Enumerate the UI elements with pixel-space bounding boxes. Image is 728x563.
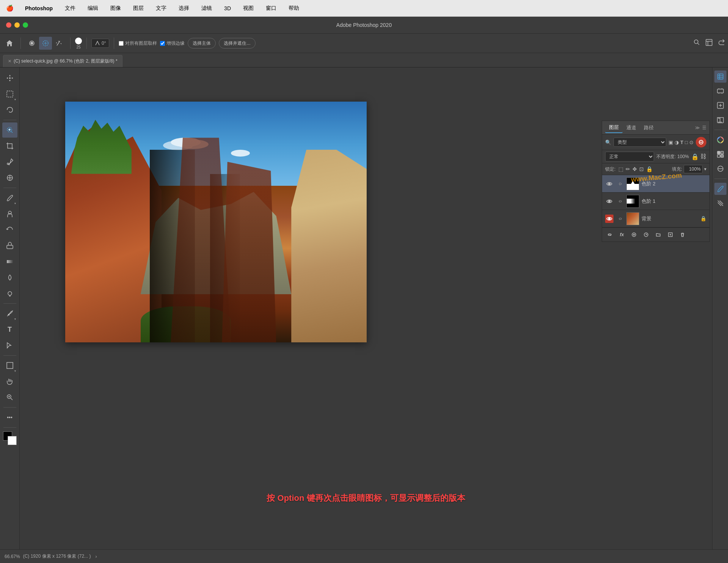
lock-transparent-icon[interactable]: ⬚	[618, 166, 623, 172]
search-icon[interactable]	[693, 39, 701, 48]
text-tool[interactable]: T	[2, 322, 17, 337]
maximize-button[interactable]	[23, 22, 28, 28]
chain-extra-icon[interactable]: ⛓	[700, 153, 706, 160]
hand-tool[interactable]	[2, 374, 17, 389]
color-wheel-icon[interactable]	[714, 134, 726, 146]
home-button[interactable]	[3, 37, 16, 50]
layer-item-levels1[interactable]: 色阶 1	[602, 193, 709, 210]
status-arrow[interactable]: ›	[95, 554, 97, 559]
select-mask-button[interactable]: 选择并遮住...	[219, 38, 255, 49]
quick-selection-active[interactable]	[2, 122, 17, 138]
enhance-edge-checkbox[interactable]: 增强边缘	[160, 40, 185, 47]
document-tab[interactable]: ✕ (C) select-quick.jpg @ 66.7% (色阶 2, 图层…	[3, 55, 122, 67]
gradient-tool[interactable]	[2, 254, 17, 269]
dodge-tool[interactable]	[2, 286, 17, 301]
brush-type-btn[interactable]	[25, 37, 38, 50]
apple-icon[interactable]: 🍎	[6, 5, 14, 12]
filter-smart-icon[interactable]: ⊙	[689, 140, 693, 145]
heal-tool[interactable]	[2, 170, 17, 185]
tab-layers[interactable]: 图层	[605, 122, 623, 133]
sample-layers-checkbox[interactable]: 对所有图层取样	[119, 40, 157, 47]
menu-help[interactable]: 帮助	[286, 4, 301, 13]
photo-canvas[interactable]	[65, 102, 367, 342]
filter-toggle-icon[interactable]	[696, 137, 706, 147]
layer-effects-icon[interactable]: fx	[617, 230, 626, 239]
blur-tool[interactable]	[2, 270, 17, 285]
more-tools[interactable]: •••	[2, 410, 17, 425]
lasso-tool[interactable]	[2, 102, 17, 118]
share-icon[interactable]	[717, 39, 725, 48]
selection-tool[interactable]: ▼	[2, 86, 17, 102]
history-brush[interactable]	[2, 222, 17, 237]
menu-view[interactable]: 视图	[241, 4, 256, 13]
menu-window[interactable]: 窗口	[264, 4, 279, 13]
quick-selection-btn[interactable]	[39, 37, 52, 50]
lock-artboard-icon[interactable]: ⊡	[639, 166, 644, 172]
eraser-tool[interactable]	[2, 238, 17, 253]
color-swatch[interactable]	[3, 431, 17, 445]
new-layer-icon[interactable]	[666, 230, 675, 239]
move-tool[interactable]	[2, 71, 17, 86]
shape-tool[interactable]: ▼	[2, 358, 17, 373]
fill-arrow-icon[interactable]: ▾	[704, 166, 706, 172]
menu-file[interactable]: 文件	[63, 4, 78, 13]
menu-photoshop[interactable]: Photoshop	[23, 5, 55, 12]
pen-tool[interactable]: ▼	[2, 306, 17, 321]
add-mask-icon[interactable]	[629, 230, 639, 239]
brush-tool[interactable]: ▼	[2, 190, 17, 205]
menu-3d[interactable]: 3D	[222, 5, 233, 12]
gradients-icon[interactable]	[714, 163, 726, 175]
layers-panel-icon[interactable]	[714, 71, 726, 83]
select-subject-button[interactable]: 选择主体	[188, 38, 216, 49]
adjustments-icon[interactable]	[714, 99, 726, 111]
lock-paint-icon[interactable]: ✏	[626, 166, 630, 172]
link-layers-icon[interactable]	[605, 230, 614, 239]
brush-settings-icon[interactable]	[714, 183, 726, 195]
tab-channels[interactable]: 通道	[623, 123, 640, 133]
layer-item-background[interactable]: 背景 🔒	[602, 210, 709, 227]
filter-text-icon[interactable]: T	[680, 140, 683, 145]
filter-pixel-icon[interactable]: ▣	[668, 140, 673, 145]
layer-eye-levels2[interactable]	[605, 180, 613, 188]
menu-filter[interactable]: 滤镜	[199, 4, 214, 13]
opacity-value[interactable]: 100%	[677, 154, 689, 159]
menu-edit[interactable]: 编辑	[85, 4, 100, 13]
lock-extra-icon[interactable]: 🔒	[691, 153, 699, 160]
menu-select[interactable]: 选择	[176, 4, 191, 13]
sample-layers-input[interactable]	[119, 41, 124, 46]
blend-mode-select[interactable]: 正常	[605, 152, 654, 162]
enhance-edge-input[interactable]	[160, 41, 165, 46]
add-adjustment-icon[interactable]	[642, 230, 651, 239]
lock-move-icon[interactable]: ✥	[632, 166, 637, 172]
angle-control[interactable]: 0°	[91, 39, 109, 48]
tab-paths[interactable]: 路径	[640, 123, 657, 133]
layer-eye-levels1[interactable]	[605, 197, 613, 205]
workspace-icon[interactable]	[705, 39, 713, 48]
filter-adjust-icon[interactable]: ◑	[675, 140, 679, 145]
path-select-tool[interactable]	[2, 338, 17, 353]
crop-tool[interactable]	[2, 138, 17, 154]
properties-icon[interactable]	[714, 85, 726, 97]
layer-item-levels2[interactable]: 色阶 2	[602, 175, 709, 193]
menu-text[interactable]: 文字	[154, 4, 169, 13]
minimize-button[interactable]	[14, 22, 20, 28]
background-color[interactable]	[8, 436, 17, 445]
filter-type-select[interactable]: 类型	[613, 138, 666, 147]
zoom-tool[interactable]	[2, 390, 17, 405]
layer-eye-background[interactable]	[605, 215, 613, 223]
folder-icon[interactable]	[654, 230, 663, 239]
lock-all-icon[interactable]: 🔒	[646, 166, 653, 172]
magic-wand-btn[interactable]	[53, 37, 66, 50]
fill-value-input[interactable]: 100%	[684, 165, 703, 173]
panel-menu-icon[interactable]: ☰	[702, 125, 706, 130]
swatches-icon[interactable]	[714, 148, 726, 160]
tab-close-icon[interactable]: ✕	[8, 59, 11, 64]
filter-shape-icon[interactable]: □	[685, 140, 688, 145]
delete-layer-icon[interactable]	[678, 230, 687, 239]
menu-layer[interactable]: 图层	[131, 4, 146, 13]
patterns-icon[interactable]	[714, 197, 726, 209]
eyedropper-tool[interactable]	[2, 154, 17, 169]
close-button[interactable]	[6, 22, 11, 28]
stamp-tool[interactable]	[2, 206, 17, 221]
info-icon[interactable]	[714, 114, 726, 126]
